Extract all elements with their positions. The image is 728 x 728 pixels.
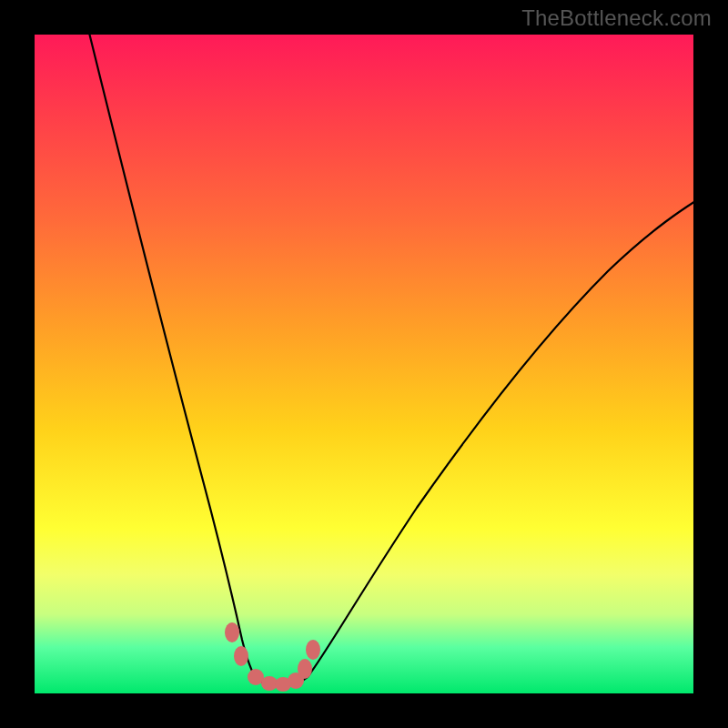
watermark-text: TheBottleneck.com: [521, 5, 712, 31]
curve-right-branch: [308, 197, 703, 677]
marker-dot: [225, 622, 239, 642]
plot-area: [35, 35, 693, 693]
marker-dot: [298, 659, 312, 679]
marker-dot: [234, 646, 248, 666]
curve-left-branch: [87, 25, 257, 679]
marker-group: [225, 622, 320, 692]
chart-frame: TheBottleneck.com: [0, 0, 728, 728]
curve-layer: [35, 35, 693, 693]
marker-dot: [306, 640, 320, 660]
